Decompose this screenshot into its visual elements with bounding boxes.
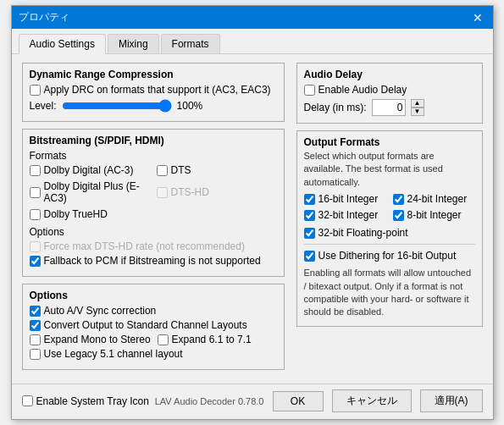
cancel-button[interactable]: キャンセル	[332, 389, 412, 412]
main-content: Dynamic Range Compression Apply DRC on f…	[12, 54, 493, 384]
level-label: Level:	[30, 100, 57, 112]
enable-audio-delay-label: Enable Audio Delay	[318, 84, 407, 96]
dts-hd-label: DTS-HD	[171, 186, 209, 198]
title-bar: プロパティ ✕	[12, 6, 493, 29]
level-value: 100%	[177, 100, 203, 112]
delay-label: Delay (in ms):	[304, 102, 367, 113]
delay-input[interactable]	[372, 99, 406, 116]
system-tray-label: Enable System Tray Icon	[36, 395, 149, 407]
audio-delay-group: Audio Delay Enable Audio Delay Delay (in…	[296, 63, 483, 124]
dts-checkbox[interactable]	[157, 165, 168, 176]
dolby-truehd-checkbox[interactable]	[30, 209, 41, 220]
tab-audio-settings[interactable]: Audio Settings	[19, 34, 106, 54]
format-32bit-float-checkbox[interactable]	[304, 228, 315, 239]
dts-label: DTS	[171, 164, 191, 176]
expand-mono-checkbox[interactable]	[30, 334, 41, 345]
use-legacy-label: Use Legacy 5.1 channel layout	[44, 348, 183, 360]
expand-61-label: Expand 6.1 to 7.1	[172, 334, 252, 345]
expand-mono-label: Expand Mono to Stereo	[44, 334, 151, 345]
dither-label: Use Dithering for 16-bit Output	[318, 250, 457, 262]
auto-av-sync-checkbox[interactable]	[30, 306, 41, 317]
level-row: Level: 100%	[30, 99, 277, 113]
audio-delay-title: Audio Delay	[304, 69, 475, 80]
dolby-ac3-checkbox[interactable]	[30, 165, 41, 176]
enable-audio-delay-row: Enable Audio Delay	[304, 84, 475, 96]
fallback-pcm-label: Fallback to PCM if Bitstreaming is not s…	[44, 255, 261, 267]
level-slider[interactable]	[62, 99, 172, 113]
dolby-eac3-checkbox[interactable]	[30, 187, 41, 198]
bottom-left: Enable System Tray Icon	[22, 395, 149, 407]
output-formats-info: Enabling all formats will allow untouche…	[304, 267, 475, 319]
format-32bit-checkbox[interactable]	[304, 210, 315, 221]
bitstreaming-formats-grid: Dolby Digital (AC-3) DTS Dolby Digital P…	[30, 164, 277, 223]
format-16bit-label: 16-bit Integer	[318, 193, 379, 205]
dither-checkbox[interactable]	[304, 251, 315, 262]
apply-drc-row: Apply DRC on formats that support it (AC…	[30, 84, 277, 96]
convert-standard-checkbox[interactable]	[30, 320, 41, 331]
right-column: Audio Delay Enable Audio Delay Delay (in…	[296, 63, 483, 377]
bottom-bar: Enable System Tray Icon LAV Audio Decode…	[12, 384, 493, 419]
force-dtshd-row: Force max DTS-HD rate (not recommended)	[30, 240, 277, 252]
output-formats-title: Output Formats	[304, 136, 475, 148]
apply-drc-checkbox[interactable]	[30, 85, 41, 96]
dynamic-range-label: Dynamic Range Compression	[30, 69, 277, 80]
options-label: Options	[30, 290, 277, 301]
system-tray-checkbox[interactable]	[22, 395, 33, 406]
main-window: プロパティ ✕ Audio Settings Mixing Formats Dy…	[11, 5, 494, 420]
auto-av-sync-row: Auto A/V Sync correction	[30, 305, 277, 317]
delay-row: Delay (in ms): ▲ ▼	[304, 99, 475, 116]
format-24bit-checkbox[interactable]	[393, 194, 404, 205]
fallback-pcm-checkbox[interactable]	[30, 256, 41, 267]
expand-61-checkbox[interactable]	[158, 334, 169, 345]
dolby-ac3-row: Dolby Digital (AC-3)	[30, 164, 150, 176]
format-32bit-label: 32-bit Integer	[318, 209, 379, 221]
convert-standard-row: Convert Output to Standard Channel Layou…	[30, 319, 277, 331]
expand-mono-row: Expand Mono to Stereo	[30, 334, 151, 345]
dts-hd-row: DTS-HD	[157, 180, 277, 204]
window-title: プロパティ	[19, 10, 69, 25]
format-32bit-row: 32-bit Integer	[304, 209, 386, 221]
apply-drc-label: Apply DRC on formats that support it (AC…	[44, 84, 271, 96]
fallback-pcm-row: Fallback to PCM if Bitstreaming is not s…	[30, 255, 277, 267]
bitstream-options-label: Options	[30, 226, 277, 238]
auto-av-sync-label: Auto A/V Sync correction	[44, 305, 157, 317]
format-32bit-float-label: 32-bit Floating-point	[318, 227, 408, 239]
delay-up-button[interactable]: ▲	[411, 99, 424, 108]
ok-button[interactable]: OK	[273, 391, 324, 411]
format-24bit-row: 24-bit Integer	[393, 193, 475, 205]
force-dtshd-label: Force max DTS-HD rate (not recommended)	[44, 240, 245, 252]
output-formats-group: Output Formats Select which output forma…	[296, 130, 483, 327]
tab-formats[interactable]: Formats	[161, 34, 220, 53]
dts-hd-checkbox	[157, 187, 168, 198]
dolby-ac3-label: Dolby Digital (AC-3)	[44, 164, 134, 176]
dolby-truehd-row: Dolby TrueHD	[30, 208, 150, 220]
close-button[interactable]: ✕	[469, 11, 486, 25]
dolby-eac3-row: Dolby Digital Plus (E-AC3)	[30, 180, 150, 204]
output-formats-desc: Select which output formats are availabl…	[304, 150, 475, 189]
delay-down-button[interactable]: ▼	[411, 108, 424, 116]
format-16bit-row: 16-bit Integer	[304, 193, 386, 205]
dither-row: Use Dithering for 16-bit Output	[304, 250, 475, 262]
version-text: LAV Audio Decoder 0.78.0	[155, 396, 264, 406]
tab-mixing[interactable]: Mixing	[108, 34, 159, 53]
delay-spinner: ▲ ▼	[411, 99, 424, 116]
format-8bit-checkbox[interactable]	[393, 210, 404, 221]
output-formats-grid: 16-bit Integer 24-bit Integer 32-bit Int…	[304, 193, 475, 224]
format-8bit-row: 8-bit Integer	[393, 209, 475, 221]
format-8bit-label: 8-bit Integer	[407, 209, 462, 221]
dynamic-range-group: Dynamic Range Compression Apply DRC on f…	[22, 63, 285, 122]
enable-audio-delay-checkbox[interactable]	[304, 85, 315, 96]
use-legacy-row: Use Legacy 5.1 channel layout	[30, 348, 277, 360]
options-group: Options Auto A/V Sync correction Convert…	[22, 284, 285, 370]
convert-standard-label: Convert Output to Standard Channel Layou…	[44, 319, 247, 331]
format-24bit-label: 24-bit Integer	[407, 193, 468, 205]
expand-61-row: Expand 6.1 to 7.1	[158, 334, 252, 345]
use-legacy-checkbox[interactable]	[30, 349, 41, 360]
left-column: Dynamic Range Compression Apply DRC on f…	[22, 63, 285, 377]
dolby-eac3-label: Dolby Digital Plus (E-AC3)	[44, 180, 150, 204]
format-16bit-checkbox[interactable]	[304, 194, 315, 205]
formats-sublabel: Formats	[30, 150, 277, 162]
two-column-layout: Dynamic Range Compression Apply DRC on f…	[22, 63, 483, 377]
apply-button[interactable]: 適用(A)	[420, 389, 483, 412]
bitstreaming-label: Bitstreaming (S/PDIF, HDMI)	[30, 135, 277, 146]
